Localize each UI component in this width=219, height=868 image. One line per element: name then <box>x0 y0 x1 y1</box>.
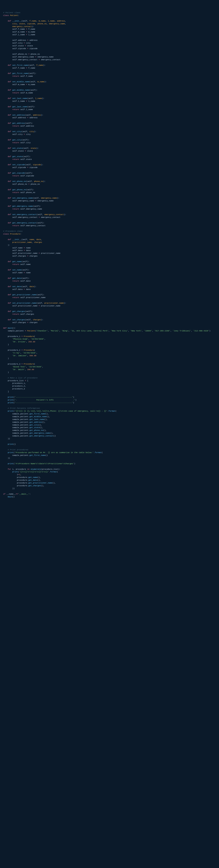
param: self <box>31 89 35 91</box>
param: self <box>23 277 27 279</box>
prop: address <box>26 125 34 127</box>
prop: date <box>26 280 31 282</box>
prop: zipcode <box>18 166 26 168</box>
keyword-def: def <box>8 239 11 241</box>
param: m_name <box>37 81 44 83</box>
var: procedure_1 <box>8 335 20 338</box>
string: '- Patient\'s Info -' <box>14 399 75 401</box>
keyword-class: class <box>3 14 9 17</box>
method-name: __init__ <box>12 239 22 241</box>
param: self <box>23 130 27 133</box>
keyword-def: def <box>8 269 11 271</box>
self: self <box>20 92 25 94</box>
prop: practitioner_name <box>18 252 37 254</box>
keyword-def: def <box>8 310 11 312</box>
param: self <box>37 302 42 304</box>
self: self <box>20 264 25 266</box>
var: emergency_name <box>37 56 54 58</box>
keyword-def: def <box>8 130 11 133</box>
param: self <box>24 147 28 149</box>
self: self <box>12 100 17 102</box>
param: self <box>30 72 34 74</box>
param: self <box>26 172 31 174</box>
var: phone_no <box>31 53 40 55</box>
param: state <box>19 23 25 25</box>
string: 'Joey Tribbiani' <box>173 330 191 332</box>
param: city <box>30 130 34 133</box>
keyword-return: return <box>12 175 19 177</box>
builtin: print <box>8 402 13 404</box>
code-block: # Patient class class Patient: def __ini… <box>3 11 216 498</box>
param: date <box>36 239 41 241</box>
keyword-return: return <box>12 264 19 266</box>
method-name: get_state <box>30 427 40 429</box>
self: self <box>12 249 17 252</box>
method-name: get_city <box>30 424 39 426</box>
self: self <box>12 272 17 274</box>
string: 'Dr. Jamison' <box>12 355 27 357</box>
var: sample_patient <box>12 424 28 426</box>
prop: phone_no <box>18 53 27 55</box>
var: f_name <box>28 28 35 30</box>
comment: # Make a list of procedure <box>8 377 37 379</box>
self: self <box>12 28 17 30</box>
class-name: Patient <box>10 14 18 17</box>
self: self <box>20 108 25 111</box>
keyword-def: def <box>8 189 11 191</box>
string: 'Muriel' <box>50 330 59 332</box>
prop: emergency_name <box>18 200 34 202</box>
param: emergency_contact <box>44 214 64 216</box>
builtin: print <box>8 396 13 398</box>
method-name: get_emergency_name <box>30 432 50 434</box>
param: address <box>57 20 65 22</box>
var: procedure_1 <box>12 382 25 384</box>
comment: # Print Patients Information <box>8 407 40 409</box>
keyword-return: return <box>12 108 19 111</box>
self: self <box>12 288 17 290</box>
param: state <box>31 147 36 149</box>
self: self <box>12 252 17 254</box>
param: self <box>27 180 32 182</box>
class-name: Patient <box>27 330 35 332</box>
var: state <box>27 45 33 47</box>
method-name: get_charges <box>12 310 25 312</box>
method-name: get_first_name <box>30 454 45 456</box>
prop: m_name <box>26 92 33 94</box>
param: self <box>34 197 38 199</box>
string: '{}\t{} {} {},\n{},\n{},\n{}\n,Phone: {}… <box>14 410 107 412</box>
var: sample_patient <box>12 413 28 415</box>
string: '__main__' <box>18 493 30 495</box>
self: self <box>12 53 17 55</box>
prop: f_name <box>18 28 25 30</box>
var: emergency_contact <box>41 216 60 218</box>
builtin: print <box>12 471 18 473</box>
var: f_name <box>28 67 35 69</box>
prop: name <box>26 264 31 266</box>
var: practitioner_name <box>41 305 60 307</box>
keyword-def: def <box>8 64 11 66</box>
param: f_name <box>36 64 43 66</box>
comment: # Patient class <box>3 12 20 14</box>
var: procedure_3 <box>8 363 20 365</box>
param: self <box>23 260 27 262</box>
param: self <box>26 164 31 166</box>
var: procedure_3 <box>12 388 25 390</box>
prop: m_name <box>18 31 25 33</box>
var: practitioner_name <box>41 252 60 254</box>
self: self <box>12 31 17 33</box>
method-name: set_practitioner_name <box>12 302 36 304</box>
method-name: set_middle_name <box>12 81 30 83</box>
var: sample_patient <box>12 418 28 421</box>
var: name <box>26 272 31 274</box>
prop: charges <box>18 321 26 323</box>
var: sample_patient <box>12 435 28 437</box>
method-name: set_zipcode <box>12 164 25 166</box>
prop: l_name <box>26 108 33 111</box>
prop: f_name <box>18 67 25 69</box>
param: self <box>23 20 27 22</box>
method-name: set_last_name <box>12 97 27 99</box>
param: self <box>26 114 31 116</box>
keyword-def: def <box>8 286 11 288</box>
method-name: get_last_name <box>12 106 27 108</box>
self: self <box>12 200 17 202</box>
